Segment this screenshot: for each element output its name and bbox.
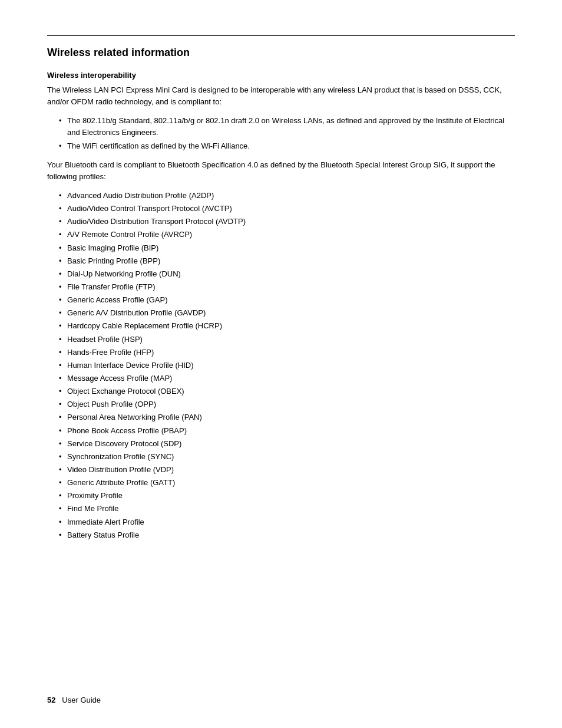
list-item: Hardcopy Cable Replacement Profile (HCRP… (59, 320, 515, 332)
list-item: Proximity Profile (59, 490, 515, 502)
list-item: Generic A/V Distribution Profile (GAVDP) (59, 307, 515, 319)
wifi-bullet-list: The 802.11b/g Standard, 802.11a/b/g or 8… (59, 115, 515, 151)
list-item: Basic Printing Profile (BPP) (59, 255, 515, 267)
list-item: Battery Status Profile (59, 529, 515, 541)
footer: 52 User Guide (47, 696, 101, 704)
page-title: Wireless related information (47, 47, 515, 59)
list-item: Audio/Video Control Transport Protocol (… (59, 203, 515, 215)
subsection-heading: Wireless interoperability (47, 71, 515, 80)
list-item: Service Discovery Protocol (SDP) (59, 438, 515, 450)
list-item: Find Me Profile (59, 503, 515, 515)
list-item: Audio/Video Distribution Transport Proto… (59, 216, 515, 228)
list-item: Generic Attribute Profile (GATT) (59, 477, 515, 489)
top-divider (47, 35, 515, 36)
list-item: Generic Access Profile (GAP) (59, 294, 515, 306)
list-item: A/V Remote Control Profile (AVRCP) (59, 229, 515, 241)
intro-paragraph: The Wireless LAN PCI Express Mini Card i… (47, 84, 515, 108)
list-item: Dial-Up Networking Profile (DUN) (59, 268, 515, 280)
list-item: Phone Book Access Profile (PBAP) (59, 425, 515, 437)
footer-text: User Guide (62, 696, 101, 704)
list-item: Message Access Profile (MAP) (59, 373, 515, 384)
page: Wireless related information Wireless in… (0, 0, 562, 728)
profile-bullet-list: Advanced Audio Distribution Profile (A2D… (59, 190, 515, 541)
list-item: Basic Imaging Profile (BIP) (59, 242, 515, 254)
list-item: Personal Area Networking Profile (PAN) (59, 411, 515, 423)
list-item: Immediate Alert Profile (59, 516, 515, 528)
list-item: Object Exchange Protocol (OBEX) (59, 386, 515, 397)
list-item: Headset Profile (HSP) (59, 334, 515, 345)
list-item: Human Interface Device Profile (HID) (59, 360, 515, 371)
list-item: Synchronization Profile (SYNC) (59, 451, 515, 463)
list-item: The WiFi certification as defined by the… (59, 140, 515, 152)
list-item: Video Distribution Profile (VDP) (59, 464, 515, 476)
bluetooth-paragraph: Your Bluetooth card is compliant to Blue… (47, 159, 515, 183)
list-item: Object Push Profile (OPP) (59, 398, 515, 410)
list-item: The 802.11b/g Standard, 802.11a/b/g or 8… (59, 115, 515, 139)
list-item: Hands-Free Profile (HFP) (59, 347, 515, 358)
list-item: Advanced Audio Distribution Profile (A2D… (59, 190, 515, 202)
list-item: File Transfer Profile (FTP) (59, 281, 515, 293)
page-number: 52 (47, 696, 55, 704)
